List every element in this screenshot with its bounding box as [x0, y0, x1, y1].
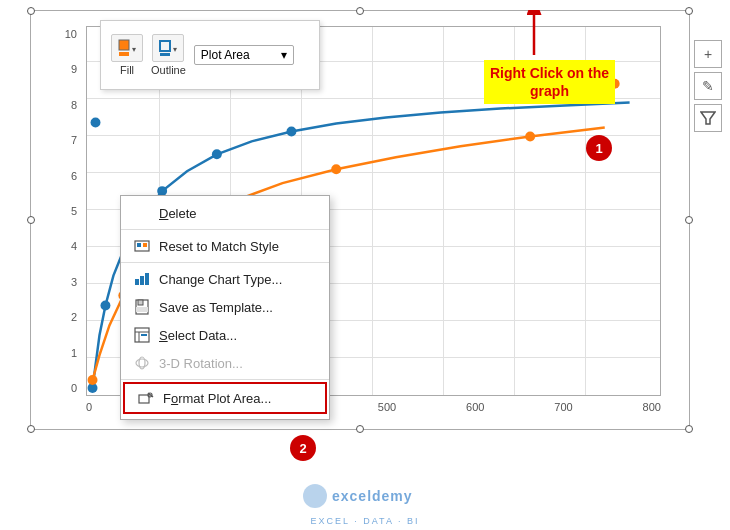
menu-sep-3 — [121, 379, 329, 380]
badge-1: 1 — [586, 135, 612, 161]
watermark-logo: exceldemy — [300, 481, 430, 516]
menu-select-data[interactable]: Select Data... — [121, 321, 329, 349]
svg-text:▾: ▾ — [132, 45, 136, 54]
svg-rect-3 — [160, 41, 170, 51]
menu-sep-2 — [121, 262, 329, 263]
save-template-icon — [133, 298, 151, 316]
orange-dot-1 — [88, 375, 98, 385]
add-element-button[interactable]: + — [694, 40, 722, 68]
svg-rect-13 — [145, 273, 149, 285]
outline-icon-box: ▾ — [152, 34, 184, 62]
chart-toolbar: ▾ Fill ▾ Outline Plot Area ▾ — [100, 20, 320, 90]
context-menu: Delete Reset to Match Style Change Chart… — [120, 195, 330, 420]
x-label-0: 0 — [86, 401, 92, 413]
blue-dot-7 — [91, 118, 101, 128]
menu-format-plot[interactable]: Format Plot Area... — [123, 382, 327, 414]
annotation-arrow — [504, 10, 564, 60]
style-button[interactable]: ✎ — [694, 72, 722, 100]
x-label-600: 600 — [466, 401, 484, 413]
svg-rect-10 — [143, 243, 147, 247]
orange-dot-5 — [525, 131, 535, 141]
select-data-icon — [133, 326, 151, 344]
svg-rect-12 — [140, 276, 144, 285]
filter-button[interactable] — [694, 104, 722, 132]
svg-rect-16 — [136, 307, 148, 312]
handle-tc[interactable] — [356, 7, 364, 15]
svg-rect-4 — [160, 53, 170, 56]
y-label-1: 1 — [71, 347, 77, 359]
reset-icon — [133, 237, 151, 255]
annotation-text: Right Click on thegraph — [484, 60, 615, 104]
svg-point-21 — [136, 359, 148, 367]
handle-mr[interactable] — [685, 216, 693, 224]
svg-rect-15 — [138, 300, 143, 305]
change-chart-icon — [133, 270, 151, 288]
watermark: exceldemy EXCEL · DATA · BI — [300, 481, 430, 526]
y-label-8: 8 — [71, 99, 77, 111]
y-label-0: 0 — [71, 382, 77, 394]
menu-select-data-label: Select Data... — [159, 328, 237, 343]
badge-2: 2 — [290, 435, 316, 461]
svg-rect-0 — [119, 40, 129, 50]
x-label-500: 500 — [378, 401, 396, 413]
menu-save-template-label: Save as Template... — [159, 300, 273, 315]
svg-marker-26 — [701, 112, 715, 124]
handle-bc[interactable] — [356, 425, 364, 433]
menu-delete-label: Delete — [159, 206, 197, 221]
outline-button[interactable]: ▾ Outline — [151, 34, 186, 76]
y-label-10: 10 — [65, 28, 77, 40]
fill-icon-box: ▾ — [111, 34, 143, 62]
dropdown-value: Plot Area — [201, 48, 250, 62]
annotation-area: Right Click on thegraph — [484, 60, 615, 104]
svg-text:exceldemy: exceldemy — [332, 488, 413, 504]
menu-reset[interactable]: Reset to Match Style — [121, 232, 329, 260]
y-label-7: 7 — [71, 134, 77, 146]
menu-reset-label: Reset to Match Style — [159, 239, 279, 254]
fill-label: Fill — [120, 64, 134, 76]
add-icon: + — [704, 46, 712, 62]
watermark-sub: EXCEL · DATA · BI — [311, 516, 420, 526]
delete-icon — [133, 204, 151, 222]
blue-dot-6 — [286, 126, 296, 136]
handle-bl[interactable] — [27, 425, 35, 433]
menu-3d-rotation-label: 3-D Rotation... — [159, 356, 243, 371]
menu-change-chart-label: Change Chart Type... — [159, 272, 282, 287]
rotation-icon — [133, 354, 151, 372]
y-label-2: 2 — [71, 311, 77, 323]
handle-tr[interactable] — [685, 7, 693, 15]
svg-rect-11 — [135, 279, 139, 285]
menu-3d-rotation[interactable]: 3-D Rotation... — [121, 349, 329, 377]
orange-dot-4 — [331, 164, 341, 174]
format-plot-icon — [137, 389, 155, 407]
style-icon: ✎ — [702, 78, 714, 94]
dropdown-arrow: ▾ — [281, 48, 287, 62]
y-label-3: 3 — [71, 276, 77, 288]
right-sidebar: + ✎ — [694, 40, 722, 132]
y-label-9: 9 — [71, 63, 77, 75]
menu-format-plot-label: Format Plot Area... — [163, 391, 271, 406]
x-label-700: 700 — [554, 401, 572, 413]
y-label-6: 6 — [71, 170, 77, 182]
menu-sep-1 — [121, 229, 329, 230]
fill-icon: ▾ — [116, 38, 138, 58]
x-label-800: 800 — [643, 401, 661, 413]
handle-br[interactable] — [685, 425, 693, 433]
svg-rect-1 — [119, 52, 129, 56]
blue-dot-5 — [212, 149, 222, 159]
menu-change-chart[interactable]: Change Chart Type... — [121, 265, 329, 293]
y-axis: 0 1 2 3 4 5 6 7 8 9 10 — [36, 26, 81, 396]
handle-tl[interactable] — [27, 7, 35, 15]
svg-text:▾: ▾ — [173, 45, 177, 54]
handle-ml[interactable] — [27, 216, 35, 224]
outline-label: Outline — [151, 64, 186, 76]
blue-dot-2 — [100, 301, 110, 311]
outline-icon: ▾ — [157, 38, 179, 58]
svg-rect-23 — [139, 395, 149, 403]
menu-save-template[interactable]: Save as Template... — [121, 293, 329, 321]
svg-point-27 — [303, 484, 327, 508]
filter-icon — [700, 110, 716, 126]
svg-rect-9 — [137, 243, 141, 247]
fill-button[interactable]: ▾ Fill — [111, 34, 143, 76]
chart-area-dropdown[interactable]: Plot Area ▾ — [194, 45, 294, 65]
menu-delete[interactable]: Delete — [121, 199, 329, 227]
